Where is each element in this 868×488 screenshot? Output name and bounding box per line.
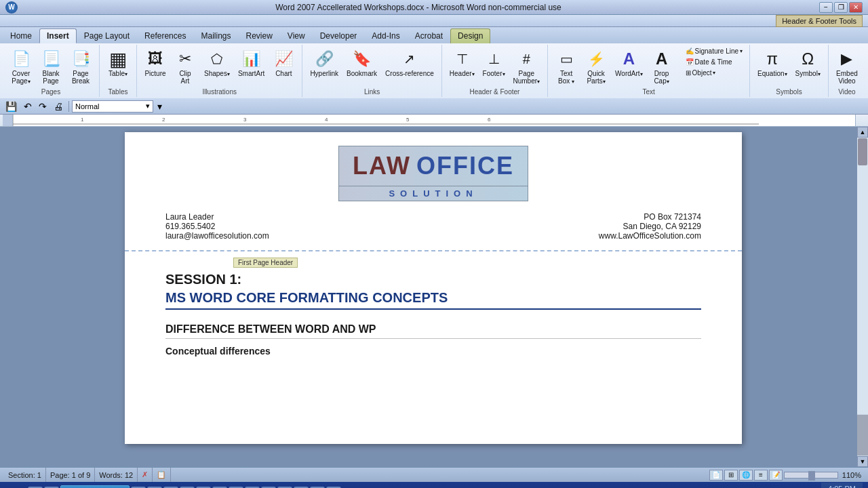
text-box-button[interactable]: ▭ TextBox ▾ <box>552 46 580 87</box>
text-box-label: TextBox ▾ <box>558 70 574 85</box>
scroll-up-button[interactable]: ▲ <box>857 127 868 138</box>
page-body: SESSION 1: MS WORD CORE FORMATTING CONCE… <box>125 251 742 370</box>
tab-mailings[interactable]: Mailings <box>193 28 238 43</box>
bookmark-button[interactable]: 🔖 Bookmark <box>343 46 380 79</box>
zoom-thumb[interactable] <box>808 471 815 481</box>
smartart-button[interactable]: 📊 SmartArt <box>235 46 268 79</box>
ribbon-group-header-footer: ⊤ Header▾ ⊥ Footer▾ # PageNumber▾ Header… <box>442 45 548 97</box>
clip-art-button[interactable]: ✂ ClipArt <box>171 46 199 87</box>
contact-name: Laura Leader <box>165 212 269 222</box>
ribbon-group-symbols: π Equation▾ Ω Symbol▾ Symbols <box>750 45 829 97</box>
date-time-label: Date & Time <box>695 58 732 66</box>
chart-label: Chart <box>275 70 292 77</box>
equation-icon: π <box>762 48 783 70</box>
header-contact: Laura Leader 619.365.5402 laura@lawoffic… <box>165 209 701 243</box>
minimize-button[interactable]: − <box>819 2 833 13</box>
smartart-label: SmartArt <box>238 70 264 77</box>
picture-button[interactable]: 🖼 Picture <box>141 46 170 79</box>
save-button[interactable]: 💾 <box>3 99 20 114</box>
pages-group-label: Pages <box>41 88 60 96</box>
style-value: Normal <box>75 102 99 110</box>
ribbon-group-video: ▶ EmbedVideo Video <box>829 45 865 97</box>
zoom-bar[interactable] <box>784 472 838 479</box>
left-sidebar <box>0 127 9 467</box>
svg-text:1: 1 <box>81 117 84 123</box>
page-number-button[interactable]: # PageNumber▾ <box>510 46 544 87</box>
drop-cap-button[interactable]: A DropCap▾ <box>648 46 676 87</box>
clock-time: 4:05 PM <box>825 484 859 488</box>
tab-design[interactable]: Design <box>450 28 490 43</box>
tab-view[interactable]: View <box>280 28 313 43</box>
quick-parts-icon: ⚡ <box>585 48 607 70</box>
footer-icon: ⊥ <box>483 48 505 70</box>
print-preview-button[interactable]: 🖨 <box>51 99 66 114</box>
cover-page-button[interactable]: 📄 CoverPage▾ <box>7 46 35 87</box>
bookmark-icon: 🔖 <box>351 48 373 70</box>
track-changes-icon: ✗ <box>142 470 148 479</box>
tab-add-ins[interactable]: Add-Ins <box>364 28 407 43</box>
document-scroll-area[interactable]: LAW OFFICE SOLUTION Laura Leader 619.365… <box>9 127 857 467</box>
scroll-thumb-bottom <box>857 415 868 455</box>
hyperlink-button[interactable]: 🔗 Hyperlink <box>307 46 342 79</box>
contact-address: PO Box 721374 <box>599 212 701 222</box>
ruler-bar: 1 2 3 4 5 6 <box>12 115 856 126</box>
signature-line-button[interactable]: ✍ Signature Line ▾ <box>683 46 746 56</box>
table-button[interactable]: ▦ Table▾ <box>104 46 132 79</box>
page-break-button[interactable]: 📑 PageBreak <box>66 46 95 87</box>
hyperlink-label: Hyperlink <box>310 70 338 77</box>
view-print-button[interactable]: 📄 <box>709 470 723 481</box>
more-button[interactable]: ▾ <box>155 99 165 114</box>
logo-main: LAW OFFICE <box>338 146 528 186</box>
ruler-svg: 1 2 3 4 5 6 <box>13 115 855 126</box>
tab-developer[interactable]: Developer <box>313 28 365 43</box>
view-fullscreen-button[interactable]: ⊞ <box>724 470 738 481</box>
bookmark-label: Bookmark <box>347 70 377 77</box>
footer-button[interactable]: ⊥ Footer▾ <box>479 46 509 79</box>
page-number-label: PageNumber▾ <box>513 70 540 85</box>
symbols-group-label: Symbols <box>776 88 802 96</box>
zoom-label: 110% <box>840 471 864 479</box>
tab-insert[interactable]: Insert <box>39 28 77 43</box>
vertical-scrollbar[interactable]: ▲ ▼ <box>857 127 868 467</box>
scroll-down-button[interactable]: ▼ <box>857 456 868 467</box>
scroll-track[interactable] <box>857 138 868 414</box>
quick-parts-button[interactable]: ⚡ QuickParts▾ <box>582 46 610 87</box>
taskbar-word-button[interactable]: W Word 2007 Acc... <box>60 485 130 488</box>
status-doc-icon: 📋 <box>153 468 171 482</box>
wordart-button[interactable]: A WordArt▾ <box>612 46 646 79</box>
chart-button[interactable]: 📈 Chart <box>269 46 298 79</box>
view-draft-button[interactable]: 📝 <box>769 470 783 481</box>
ribbon-content: 📄 CoverPage▾ 📃 BlankPage 📑 PageBreak Pag… <box>0 43 868 98</box>
tab-page-layout[interactable]: Page Layout <box>77 28 137 43</box>
tab-references[interactable]: References <box>137 28 193 43</box>
cross-reference-button[interactable]: ↗ Cross-reference <box>382 46 437 79</box>
header-button[interactable]: ⊤ Header▾ <box>446 46 478 79</box>
shapes-button[interactable]: ⬠ Shapes▾ <box>201 46 233 79</box>
view-web-button[interactable]: 🌐 <box>739 470 753 481</box>
tab-home[interactable]: Home <box>3 28 39 43</box>
system-clock[interactable]: 4:05 PM 2/10/2011 <box>821 483 863 488</box>
cover-page-icon: 📄 <box>10 48 32 70</box>
close-button[interactable]: ✕ <box>849 2 863 13</box>
drop-cap-icon: A <box>651 48 673 70</box>
illustrations-group-label: Illustrations <box>202 88 237 96</box>
undo-button[interactable]: ↶ <box>21 99 35 114</box>
tab-acrobat[interactable]: Acrobat <box>408 28 450 43</box>
view-outline-button[interactable]: ≡ <box>754 470 768 481</box>
redo-button[interactable]: ↷ <box>36 99 50 114</box>
blank-page-button[interactable]: 📃 BlankPage <box>37 46 65 87</box>
logo-container: LAW OFFICE SOLUTION <box>338 146 528 201</box>
style-dropdown[interactable]: Normal ▾ <box>72 100 153 113</box>
first-page-header-label: First Page Header <box>233 258 298 268</box>
equation-button[interactable]: π Equation▾ <box>754 46 790 79</box>
smartart-icon: 📊 <box>241 48 262 70</box>
svg-text:5: 5 <box>406 117 410 123</box>
embed-video-button[interactable]: ▶ EmbedVideo <box>833 46 861 87</box>
date-time-button[interactable]: 📅 Date & Time <box>683 57 746 67</box>
tab-review[interactable]: Review <box>238 28 279 43</box>
symbol-button[interactable]: Ω Symbol▾ <box>792 46 824 79</box>
restore-button[interactable]: ❐ <box>834 2 848 13</box>
ribbon-group-links: 🔗 Hyperlink 🔖 Bookmark ↗ Cross-reference… <box>302 45 441 97</box>
object-button[interactable]: ⊞ Object ▾ <box>683 68 746 78</box>
scroll-thumb[interactable] <box>858 138 867 165</box>
